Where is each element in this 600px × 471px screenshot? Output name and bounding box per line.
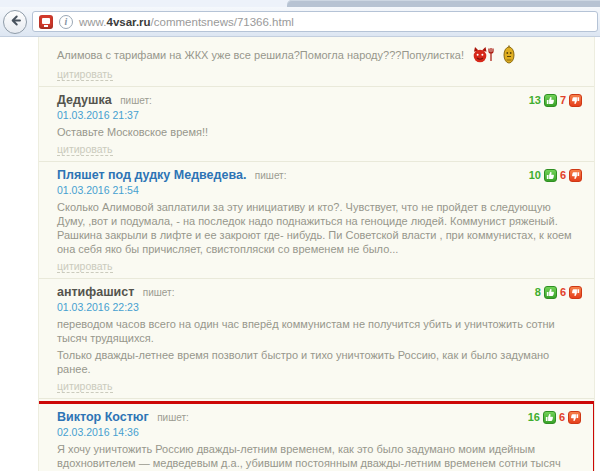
thumbs-down-icon[interactable]	[569, 169, 582, 182]
comment-item: Алимова с тарифами на ЖКХ уже все решила…	[39, 37, 594, 87]
comment-text: Алимова с тарифами на ЖКХ уже все решила…	[57, 45, 578, 64]
thumbs-down-icon[interactable]	[569, 286, 582, 299]
quote-link[interactable]: цитировать	[57, 381, 113, 393]
thumbs-up-icon[interactable]	[544, 94, 557, 107]
back-button[interactable]	[3, 10, 27, 34]
quote-link[interactable]: цитировать	[57, 144, 113, 156]
comment-date: 02.03.2016 14:36	[57, 426, 577, 439]
comment-author-link[interactable]: Пляшет под дудку Медведева.	[57, 168, 246, 182]
devil-smiley-icon	[472, 46, 494, 63]
comment-text: переводом часов всего на один час вперёд…	[57, 317, 578, 345]
url-domain: 4vsar.ru	[106, 16, 150, 28]
comment-author-link[interactable]: Виктор Костюг	[57, 410, 149, 424]
url-text: www.4vsar.ru/commentsnews/71366.html	[79, 16, 294, 28]
thumbs-up-icon[interactable]	[543, 411, 556, 424]
gold-smiley-icon	[503, 45, 515, 64]
url-bar[interactable]: www.4vsar.ru/commentsnews/71366.html	[32, 11, 598, 32]
downvote-count: 6	[560, 286, 566, 299]
comment-text: Только дважды-летнее время позволит быст…	[57, 348, 578, 376]
upvote-count: 16	[528, 411, 540, 424]
downvote-count: 7	[560, 94, 566, 107]
downvote-count: 6	[560, 169, 566, 182]
vote-controls: 13 7	[529, 94, 582, 107]
browser-toolbar: www.4vsar.ru/commentsnews/71366.html	[0, 7, 600, 37]
upvote-count: 13	[529, 94, 541, 107]
comment-text: Оставьте Московское время!!	[57, 125, 578, 139]
thumbs-down-icon[interactable]	[568, 411, 581, 424]
vote-controls: 10 6	[529, 169, 582, 182]
site-favicon-icon	[39, 15, 53, 29]
comment-text: Сколько Алимовой заплатили за эту инициа…	[57, 200, 578, 256]
comment-author: Дедушка	[57, 93, 112, 107]
quote-link[interactable]: цитировать	[57, 69, 113, 81]
comment-date: 01.03.2016 21:54	[57, 184, 578, 197]
thumbs-up-icon[interactable]	[544, 169, 557, 182]
page-body: Алимова с тарифами на ЖКХ уже все решила…	[0, 37, 600, 471]
info-icon[interactable]	[59, 15, 73, 29]
comment-item-highlighted: 16 6 Виктор Костюг пишет: 02.03.2016 14:…	[38, 401, 595, 471]
comment-item: 8 6 антифашист пишет: 01.03.2016 22:23 п…	[39, 279, 594, 399]
writes-label: пишет:	[157, 412, 189, 423]
vote-controls: 8 6	[535, 286, 582, 299]
writes-label: пишет:	[143, 287, 175, 298]
browser-tab-strip	[0, 0, 600, 7]
thumbs-down-icon[interactable]	[569, 94, 582, 107]
thumbs-up-icon[interactable]	[544, 286, 557, 299]
comment-text: Я хочу уничтожить Россию дважды-летним в…	[57, 442, 577, 471]
comment-item: 13 7 Дедушка пишет: 01.03.2016 21:37 Ост…	[39, 87, 594, 162]
writes-label: пишет:	[120, 95, 152, 106]
downvote-count: 6	[559, 411, 565, 424]
upvote-count: 8	[535, 286, 541, 299]
smilies	[472, 45, 515, 64]
upvote-count: 10	[529, 169, 541, 182]
vote-controls: 16 6	[528, 411, 581, 424]
comments-list: Алимова с тарифами на ЖКХ уже все решила…	[38, 37, 595, 471]
comment-date: 01.03.2016 22:23	[57, 301, 578, 314]
comment-author: антифашист	[57, 285, 134, 299]
browser-chrome: www.4vsar.ru/commentsnews/71366.html	[0, 0, 600, 37]
back-arrow-icon	[9, 14, 22, 30]
comment-date: 01.03.2016 21:37	[57, 109, 578, 122]
writes-label: пишет:	[255, 170, 287, 181]
tab-strip-background	[287, 0, 600, 7]
quote-link[interactable]: цитировать	[57, 261, 113, 273]
comment-item: 10 6 Пляшет под дудку Медведева. пишет: …	[39, 162, 594, 279]
